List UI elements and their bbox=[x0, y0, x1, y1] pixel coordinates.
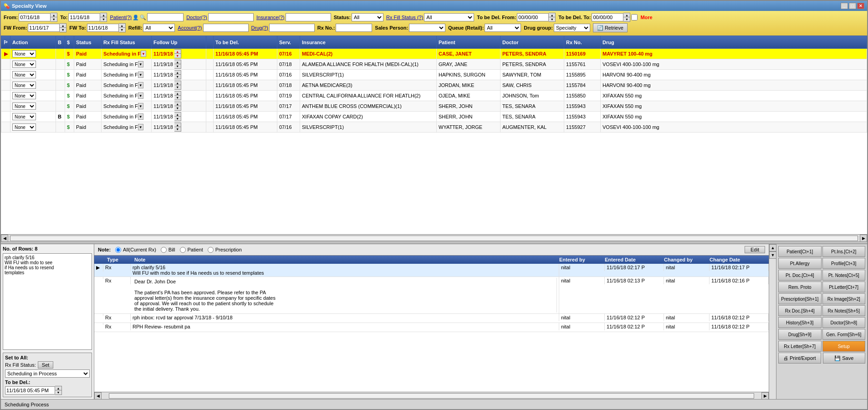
rx-fill-dropdown[interactable]: ▼ bbox=[138, 103, 143, 109]
action-select[interactable]: None bbox=[12, 123, 36, 131]
from-date-input[interactable]: 07/16/18 bbox=[19, 13, 51, 21]
rx-fill-dropdown[interactable]: ▼ bbox=[138, 113, 143, 120]
radio-bill[interactable] bbox=[161, 247, 167, 253]
rx-letter-button[interactable]: Rx Letter[Sh+7] bbox=[778, 341, 822, 352]
close-button[interactable]: ✕ bbox=[857, 3, 864, 9]
rx-fill-status-select[interactable]: All bbox=[424, 13, 474, 21]
pt-ins-button[interactable]: Pt.Ins.[Ct+2] bbox=[822, 246, 866, 257]
note-row[interactable]: Rx RPH Review- resubmit pa nital 11/16/1… bbox=[94, 323, 769, 332]
drug-group-select[interactable]: Specialty bbox=[554, 24, 590, 32]
status-select[interactable]: All bbox=[352, 13, 383, 21]
fw-from-down[interactable]: ▼ bbox=[60, 28, 66, 32]
history-button[interactable]: History[Sh+3] bbox=[778, 317, 822, 328]
insurance-input[interactable] bbox=[286, 13, 331, 21]
row-rx-fill[interactable]: Scheduling in F ▼ bbox=[102, 101, 152, 112]
to-be-del-to-input[interactable] bbox=[592, 13, 623, 21]
rx-fill-dropdown[interactable]: ▼ bbox=[138, 82, 143, 88]
rem-proto-button[interactable]: Rem. Proto bbox=[778, 282, 822, 292]
fw-to-input[interactable] bbox=[87, 24, 119, 32]
radio-prescription[interactable] bbox=[208, 247, 214, 253]
fw-from-input[interactable] bbox=[28, 24, 60, 32]
row-rx-fill[interactable]: Scheduling in F ▼ bbox=[102, 91, 152, 101]
col-header-doctor[interactable]: Doctor bbox=[500, 36, 564, 49]
followup-down[interactable]: ▼ bbox=[174, 75, 181, 79]
row-rx-fill[interactable]: Scheduling in F ▼ bbox=[102, 122, 152, 133]
rx-fill-status-value-select[interactable]: Scheduling in Process bbox=[5, 369, 90, 378]
row-rx-fill[interactable]: Scheduling in F ▼ bbox=[102, 80, 152, 91]
rx-fill-status-label[interactable]: Rx Fill Status (?) bbox=[386, 15, 423, 20]
account-label[interactable]: Account(?) bbox=[178, 25, 202, 31]
notes-right-scroll[interactable]: ▲ ▼ bbox=[769, 244, 776, 399]
fw-to-up[interactable]: ▲ bbox=[119, 24, 125, 28]
row-followup[interactable]: 11/19/18 ▲ ▼ bbox=[152, 91, 206, 101]
pt-letter-button[interactable]: Pt.Letter[Ct+7] bbox=[822, 282, 866, 292]
to-be-del-date-input[interactable] bbox=[5, 386, 55, 395]
note-row[interactable]: Rx Dear Dr. John Doe The patient's PA ha… bbox=[94, 277, 769, 314]
followup-down[interactable]: ▼ bbox=[174, 127, 181, 131]
col-header-action[interactable]: Action bbox=[10, 36, 56, 49]
notes-scroll-up[interactable]: ▲ bbox=[769, 244, 776, 251]
to-be-del-from-up[interactable]: ▲ bbox=[549, 13, 555, 17]
sales-person-select[interactable] bbox=[409, 24, 445, 32]
table-row[interactable]: None $ Paid Scheduling in F ▼ 11/19/18 ▲ bbox=[1, 122, 867, 133]
insurance-label[interactable]: Insurance(?) bbox=[256, 15, 285, 20]
more-link[interactable]: More bbox=[640, 15, 652, 20]
notes-scroll-track[interactable] bbox=[109, 393, 754, 399]
drug-button[interactable]: Drug[Sh+9] bbox=[778, 329, 822, 340]
rx-notes-button[interactable]: Rx Notes[Sh+5] bbox=[822, 305, 866, 316]
from-date-down[interactable]: ▼ bbox=[51, 17, 57, 21]
rx-doc-button[interactable]: Rx Doc.[Sh+4] bbox=[778, 305, 822, 316]
to-be-del-from-input[interactable] bbox=[517, 13, 549, 21]
notes-col-type[interactable]: Type bbox=[105, 256, 133, 263]
row-followup[interactable]: 11/19/18 ▲ ▼ bbox=[152, 49, 206, 59]
table-row[interactable]: None B $ Paid Scheduling in F ▼ 11/19/18… bbox=[1, 112, 867, 122]
table-row[interactable]: ▶ None $ Paid Scheduling in F ▼ 11/19 bbox=[1, 49, 867, 59]
followup-down[interactable]: ▼ bbox=[174, 117, 181, 121]
to-be-del-checkbox[interactable] bbox=[631, 14, 638, 20]
followup-up[interactable]: ▲ bbox=[174, 113, 181, 117]
row-action[interactable]: None bbox=[10, 112, 56, 122]
drug-label[interactable]: Drug(?) bbox=[251, 25, 268, 31]
to-date-up[interactable]: ▲ bbox=[100, 13, 107, 17]
table-row[interactable]: None $ Paid Scheduling in F ▼ 11/19/18 ▲ bbox=[1, 101, 867, 112]
followup-up[interactable]: ▲ bbox=[174, 60, 181, 64]
followup-down[interactable]: ▼ bbox=[174, 106, 181, 110]
set-button[interactable]: Set bbox=[38, 361, 54, 369]
row-followup[interactable]: 11/19/18 ▲ ▼ bbox=[152, 59, 206, 70]
to-be-del-to-down[interactable]: ▼ bbox=[623, 17, 630, 21]
notes-scroll-left[interactable]: ◀ bbox=[94, 392, 102, 400]
rx-fill-dropdown[interactable]: ▼ bbox=[138, 124, 143, 130]
rx-fill-dropdown[interactable]: ▼ bbox=[138, 61, 143, 67]
col-header-rx-no[interactable]: Rx No. bbox=[564, 36, 601, 49]
to-date-input[interactable]: 11/16/18 bbox=[68, 13, 100, 21]
note-row[interactable]: ▶ Rx rph clarify 5/16Will FU with mdo to… bbox=[94, 264, 769, 277]
col-header-rx-fill[interactable]: Rx Fill Status bbox=[102, 36, 152, 49]
setup-button[interactable]: Setup bbox=[822, 341, 866, 352]
notes-col-entered-date[interactable]: Entered Date bbox=[603, 256, 662, 263]
followup-down[interactable]: ▼ bbox=[174, 54, 181, 58]
col-header-status[interactable]: Status bbox=[74, 36, 102, 49]
queue-select[interactable]: All bbox=[485, 24, 521, 32]
action-select[interactable]: None bbox=[12, 113, 36, 120]
col-header-dollar[interactable]: $ bbox=[65, 36, 74, 49]
row-followup[interactable]: 11/19/18 ▲ ▼ bbox=[152, 112, 206, 122]
gen-form-button[interactable]: Gen. Form[Sh+6] bbox=[822, 329, 866, 340]
notes-scroll-down[interactable]: ▼ bbox=[769, 251, 776, 259]
followup-up[interactable]: ▲ bbox=[174, 71, 181, 75]
rx-fill-dropdown[interactable]: ▼ bbox=[141, 51, 146, 57]
prescription-button[interactable]: Prescription[Sh+1] bbox=[778, 293, 822, 304]
patient-icon2[interactable]: 🔍 bbox=[140, 15, 146, 20]
rx-image-button[interactable]: Rx Image[Sh+2] bbox=[822, 293, 866, 304]
note-row[interactable]: Rx rph inbox: rcvd tar approval 7/13/18 … bbox=[94, 314, 769, 323]
action-select[interactable]: None bbox=[12, 61, 36, 68]
doctor-button[interactable]: Doctor[Sh+8] bbox=[822, 317, 866, 328]
patient-input[interactable] bbox=[147, 13, 184, 21]
row-followup[interactable]: 11/19/18 ▲ ▼ bbox=[152, 122, 206, 133]
doctor-label[interactable]: Doctor(?) bbox=[186, 15, 207, 20]
followup-down[interactable]: ▼ bbox=[174, 96, 181, 100]
row-action[interactable]: None bbox=[10, 122, 56, 133]
col-header-followup[interactable]: Follow Up bbox=[152, 36, 206, 49]
notes-col-entered-by[interactable]: Entered by bbox=[557, 256, 603, 263]
followup-up[interactable]: ▲ bbox=[174, 92, 181, 96]
print-export-button[interactable]: 🖨 Print/Export bbox=[778, 353, 821, 364]
